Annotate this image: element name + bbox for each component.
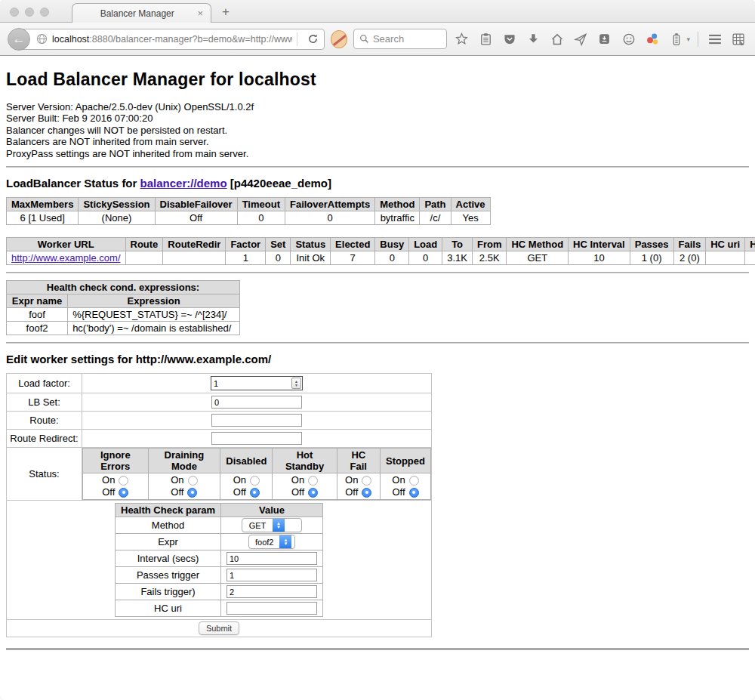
edit-worker-heading: Edit worker settings for http://www.exam…: [6, 353, 749, 365]
status-hot-standby-cell: On Off: [273, 473, 337, 500]
status-stopped-cell: On Off: [380, 473, 430, 500]
search-bar[interactable]: [353, 29, 447, 49]
col-method: Method: [375, 198, 420, 211]
ignore-errors-off-radio[interactable]: [119, 488, 128, 498]
expr-row: foof2 hc('body') =~ /domain is establish…: [7, 322, 240, 335]
adblock-icon[interactable]: [331, 30, 347, 48]
number-stepper-icon[interactable]: ▲▼: [291, 378, 301, 389]
route-redirect-label: Route Redirect:: [7, 430, 82, 448]
bookmark-star-icon[interactable]: [453, 29, 471, 49]
minimize-window-button[interactable]: [25, 8, 34, 17]
page-title: Load Balancer Manager for localhost: [6, 69, 749, 90]
url-bar[interactable]: localhost:8880/balancer-manager?b=demo&w…: [19, 29, 325, 50]
tab-strip: Balancer Manager × +: [0, 0, 755, 23]
tab-close-icon[interactable]: ×: [196, 8, 205, 19]
hc-uri-label: HC uri: [116, 600, 221, 617]
balancer-demo-link[interactable]: balancer://demo: [140, 177, 227, 190]
status-table: Ignore Errors Draining Mode Disabled Hot…: [82, 448, 431, 500]
col-disablefailover: DisableFailover: [155, 198, 237, 211]
hot-standby-on-radio[interactable]: [308, 476, 318, 486]
hc-fail-on-radio[interactable]: [362, 476, 371, 486]
tab-balancer-manager[interactable]: Balancer Manager ×: [72, 3, 211, 23]
status-disabled-cell: On Off: [220, 473, 273, 500]
back-button[interactable]: ←: [8, 28, 30, 51]
menu-hamburger-icon[interactable]: [706, 29, 724, 49]
expr-table-title: Health check cond. expressions:: [7, 281, 240, 294]
feedback-smiley-icon[interactable]: [620, 29, 638, 49]
hc-expr-label: Expr: [116, 534, 221, 550]
load-factor-field[interactable]: ▲▼: [211, 376, 303, 390]
hc-expr-select[interactable]: foof2 ▲▼: [248, 535, 295, 549]
browser-window: Balancer Manager × + ← localhost:8880/ba…: [0, 0, 755, 700]
reading-list-icon[interactable]: [476, 29, 495, 49]
server-built-line: Server Built: Feb 9 2016 07:00:20: [6, 113, 749, 124]
downloads-icon[interactable]: [525, 29, 543, 49]
chevron-down-icon[interactable]: ▾: [686, 35, 690, 43]
draining-mode-off-radio[interactable]: [187, 488, 197, 498]
hc-fails-label: Fails trigger): [116, 584, 221, 600]
search-icon: [359, 34, 369, 44]
zoom-window-button[interactable]: [40, 8, 49, 17]
hc-method-select[interactable]: GET ▲▼: [242, 518, 302, 532]
hc-method-label: Method: [116, 517, 221, 534]
col-active: Active: [451, 198, 490, 211]
hc-fail-off-radio[interactable]: [362, 488, 371, 498]
select-stepper-icon: ▲▼: [273, 519, 285, 532]
stopped-on-radio[interactable]: [409, 476, 419, 486]
worker-row: http://www.example.com/ 1 0 Init Ok 7 0 …: [7, 251, 755, 265]
tab-title: Balancer Manager: [79, 8, 196, 19]
hc-passes-label: Passes trigger: [116, 567, 221, 584]
hc-passes-input[interactable]: [226, 569, 317, 581]
col-maxmembers: MaxMembers: [7, 198, 79, 211]
container-battery-icon[interactable]: [667, 29, 686, 49]
url-area: ← localhost:8880/balancer-manager?b=demo…: [8, 28, 325, 51]
pocket-icon[interactable]: [501, 29, 519, 49]
route-redirect-input[interactable]: [211, 432, 302, 445]
send-tab-icon[interactable]: [572, 29, 590, 49]
hc-fails-input[interactable]: [226, 585, 317, 598]
stopped-off-radio[interactable]: [409, 488, 419, 498]
load-factor-input[interactable]: [214, 379, 291, 388]
colored-dots-extension-icon[interactable]: [643, 29, 661, 49]
health-check-expressions-table: Health check cond. expressions: Expr nam…: [6, 280, 240, 335]
edit-worker-form: Load factor: ▲▼ LB Set: Route: Route Red…: [6, 373, 432, 637]
server-info: Server Version: Apache/2.5.0-dev (Unix) …: [6, 101, 749, 159]
server-version-line: Server Version: Apache/2.5.0-dev (Unix) …: [6, 101, 749, 113]
select-stepper-icon: ▲▼: [279, 535, 291, 548]
globe-icon: [36, 33, 48, 45]
worker-url-link[interactable]: http://www.example.com/: [11, 252, 121, 264]
ignore-errors-on-radio[interactable]: [119, 476, 128, 486]
divider: [6, 342, 749, 344]
search-input[interactable]: [373, 33, 441, 45]
reload-icon[interactable]: [302, 33, 324, 45]
status-draining-mode-cell: On Off: [148, 473, 220, 500]
disabled-off-radio[interactable]: [250, 488, 260, 498]
load-factor-label: Load factor:: [7, 374, 82, 393]
expr-row: foof %{REQUEST_STATUS} =~ /^[234]/: [7, 308, 240, 322]
divider: [6, 272, 749, 273]
close-window-button[interactable]: [10, 8, 19, 17]
submit-button[interactable]: Submit: [199, 621, 239, 635]
hc-uri-input[interactable]: [226, 602, 317, 615]
sidebar-grid-icon[interactable]: [729, 29, 747, 49]
lb-set-input[interactable]: [211, 396, 302, 409]
hot-standby-off-radio[interactable]: [308, 488, 318, 498]
window-controls: [10, 8, 49, 17]
lb-set-label: LB Set:: [7, 393, 82, 412]
draining-mode-on-radio[interactable]: [188, 476, 198, 486]
health-check-param-table: Health Check param Value Method GET ▲▼: [115, 503, 323, 617]
home-icon[interactable]: [548, 29, 566, 49]
hc-interval-input[interactable]: [226, 552, 317, 565]
nav-toolbar: ← localhost:8880/balancer-manager?b=demo…: [0, 23, 755, 56]
balancer-table: MaxMembers StickySession DisableFailover…: [6, 197, 491, 225]
disabled-on-radio[interactable]: [250, 476, 260, 486]
route-input[interactable]: [211, 414, 302, 427]
hc-interval-label: Interval (secs): [116, 550, 221, 567]
new-tab-button[interactable]: +: [222, 5, 230, 20]
route-label: Route:: [7, 412, 82, 430]
col-timeout: Timeout: [237, 198, 285, 211]
save-page-icon[interactable]: [596, 29, 614, 49]
col-stickysession: StickySession: [79, 198, 155, 211]
col-path: Path: [420, 198, 451, 211]
url-text: localhost:8880/balancer-manager?b=demo&w…: [52, 34, 292, 45]
